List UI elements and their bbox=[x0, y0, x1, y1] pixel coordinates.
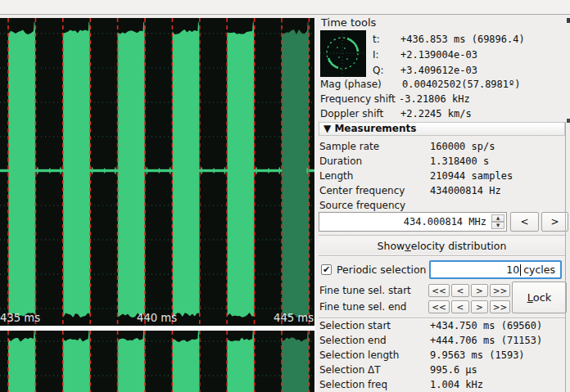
cycles-suffix: cycles bbox=[523, 264, 555, 276]
velocity-btn-accel: v bbox=[405, 240, 410, 252]
spin-up-icon[interactable]: ▲ bbox=[491, 214, 504, 222]
selection-deltat-value: 995.6 µs bbox=[430, 364, 477, 376]
waveform-plot-real[interactable]: 435 ms440 ms445 ms bbox=[0, 18, 314, 326]
selection-end-label: Selection end bbox=[319, 335, 387, 347]
i-label: I: bbox=[373, 49, 379, 61]
t-label: t: bbox=[373, 34, 380, 46]
q-value: +3.409612e-03 bbox=[400, 65, 477, 77]
fine-end-back-button[interactable]: < bbox=[451, 300, 469, 313]
selection-deltat-label: Selection ΔT bbox=[319, 364, 381, 376]
waveform-view[interactable]: 435 ms440 ms445 ms bbox=[0, 18, 315, 392]
iq-constellation-icon bbox=[320, 30, 366, 77]
frequency-shift-label: Frequency shift bbox=[320, 93, 396, 106]
fine-end-fwd-button[interactable]: > bbox=[471, 300, 488, 313]
periodic-selection-label: Periodic selection bbox=[337, 264, 426, 276]
lock-button[interactable]: Lock bbox=[512, 282, 567, 313]
t-value: +436.853 ms (69896.4) bbox=[400, 34, 525, 46]
separator bbox=[319, 255, 565, 257]
scroll-arrow-icon[interactable] bbox=[567, 119, 570, 123]
show-velocity-distribution-button[interactable]: Show velocity distribution bbox=[319, 237, 565, 254]
source-frequency-label: Source frequency bbox=[319, 200, 405, 212]
selection-start-value: +434.750 ms (69560) bbox=[430, 320, 542, 332]
separator bbox=[319, 235, 565, 237]
svg-text:440 ms: 440 ms bbox=[137, 312, 177, 324]
waveform-plot-imag[interactable] bbox=[0, 331, 314, 392]
fine-start-fast-back-button[interactable]: << bbox=[428, 284, 450, 297]
freq-prev-button[interactable]: < bbox=[510, 212, 539, 232]
panel-right-divider bbox=[565, 122, 566, 392]
svg-text:435 ms: 435 ms bbox=[0, 312, 40, 324]
fine-end-fast-fwd-button[interactable]: >> bbox=[490, 300, 510, 313]
doppler-shift-label: Doppler shift bbox=[320, 108, 383, 120]
velocity-btn-text: Show bbox=[378, 240, 405, 252]
sample-rate-label: Sample rate bbox=[319, 141, 379, 153]
time-window: 435 ms440 ms445 ms Time tools t: +436.85… bbox=[0, 0, 570, 392]
selection-freq-value: 1.004 kHz bbox=[430, 379, 483, 391]
clipped-control-mark bbox=[567, 18, 570, 23]
velocity-btn-text2: elocity distribution bbox=[411, 240, 507, 252]
separator bbox=[319, 318, 565, 319]
lock-accel: L bbox=[527, 291, 533, 304]
measurements-section-header[interactable]: ▼ Measurements bbox=[319, 122, 565, 136]
selection-end-value: +444.706 ms (71153) bbox=[430, 335, 542, 347]
mag-phase-value: 0.00402502(57.8981º) bbox=[402, 79, 521, 91]
doppler-shift-value: +2.2245 km/s bbox=[400, 108, 472, 120]
selection-freq-label: Selection freq bbox=[319, 379, 387, 391]
selection-length-label: Selection length bbox=[319, 349, 399, 362]
fine-end-fast-back-button[interactable]: << bbox=[428, 300, 450, 313]
q-label: Q: bbox=[373, 65, 384, 77]
fine-start-back-button[interactable]: < bbox=[451, 284, 469, 297]
frequency-spinbox-value: 434.000814 MHz bbox=[404, 216, 486, 228]
cycles-input[interactable]: 10 cycles bbox=[429, 260, 562, 279]
fine-start-fwd-button[interactable]: > bbox=[471, 284, 488, 297]
selection-length-value: 9.9563 ms (1593) bbox=[430, 349, 525, 362]
i-value: +2.139004e-03 bbox=[400, 49, 477, 61]
center-frequency-label: Center frequency bbox=[319, 185, 405, 197]
frequency-spinner[interactable]: ▲▼ bbox=[491, 214, 504, 229]
length-label: Length bbox=[319, 170, 353, 182]
length-value: 210944 samples bbox=[430, 170, 513, 182]
window-top-strip bbox=[0, 0, 570, 15]
frequency-spinbox[interactable]: 434.000814 MHz ▲▼ bbox=[319, 212, 507, 232]
time-tools-title: Time tools bbox=[321, 16, 376, 29]
lock-text: ock bbox=[533, 291, 552, 304]
text-cursor bbox=[520, 264, 521, 276]
selection-start-label: Selection start bbox=[319, 320, 391, 332]
periodic-selection-checkbox[interactable]: ✔ bbox=[321, 264, 332, 275]
duration-label: Duration bbox=[319, 155, 362, 168]
center-frequency-value: 434000814 Hz bbox=[430, 185, 501, 197]
cycles-value: 10 bbox=[506, 264, 519, 276]
fine-tune-end-label: Fine tune sel. end bbox=[319, 301, 406, 313]
spin-down-icon[interactable]: ▼ bbox=[491, 222, 504, 229]
duration-value: 1.318400 s bbox=[430, 155, 489, 168]
fine-start-fast-fwd-button[interactable]: >> bbox=[490, 284, 510, 297]
fine-tune-start-label: Fine tune sel. start bbox=[319, 285, 411, 297]
sample-rate-value: 160000 sp/s bbox=[430, 141, 495, 153]
frequency-shift-value: -3.21806 kHz bbox=[399, 93, 470, 106]
svg-text:445 ms: 445 ms bbox=[274, 312, 314, 324]
mag-phase-label: Mag (phase) bbox=[320, 79, 382, 91]
